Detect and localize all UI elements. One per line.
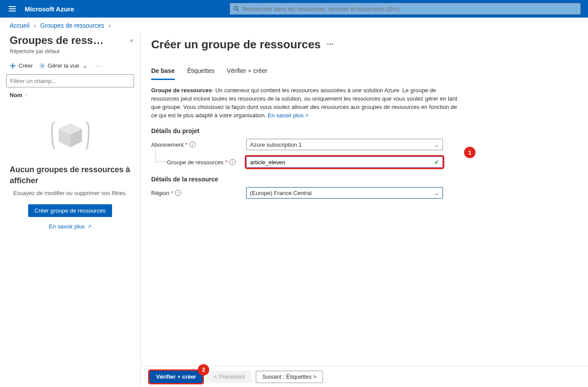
chevron-down-icon: ⌄ bbox=[434, 190, 439, 196]
blade-create-resource-group: Créer un groupe de ressources ··· De bas… bbox=[141, 32, 588, 386]
create-button[interactable]: Créer bbox=[10, 62, 33, 69]
callout-badge-1: 1 bbox=[464, 147, 475, 158]
page-title: Créer un groupe de ressources bbox=[151, 38, 321, 51]
external-link-icon: ↗ bbox=[87, 224, 91, 229]
chevron-down-icon: ⌄ bbox=[83, 62, 87, 69]
empty-state: Aucun groupes de ressources à afficher E… bbox=[0, 103, 140, 230]
column-header-name[interactable]: Nom ↑ bbox=[0, 87, 140, 103]
learn-more-link[interactable]: En savoir plus↗ bbox=[268, 112, 309, 119]
info-icon[interactable]: i bbox=[189, 141, 196, 148]
breadcrumb-resource-groups[interactable]: Groupes de ressources bbox=[40, 22, 105, 29]
subscription-value: Azure subscription 1 bbox=[250, 141, 302, 148]
section-resource-details: Détails de la ressource bbox=[151, 176, 577, 183]
callout-badge-2: 2 bbox=[198, 364, 209, 376]
more-actions-button[interactable]: ··· bbox=[327, 40, 334, 49]
chevron-right-icon: › bbox=[34, 22, 36, 29]
svg-rect-0 bbox=[9, 6, 16, 7]
tab-strip: De base Étiquettes Vérifier + créer bbox=[151, 65, 577, 80]
external-link-icon: ↗ bbox=[305, 113, 309, 118]
empty-text: Essayez de modifier ou supprimer vos fil… bbox=[8, 190, 132, 196]
create-resource-group-button[interactable]: Créer groupe de ressources bbox=[28, 204, 113, 217]
hamburger-menu[interactable] bbox=[4, 0, 21, 18]
svg-rect-6 bbox=[10, 65, 15, 66]
svg-rect-2 bbox=[9, 11, 16, 11]
required-asterisk: * bbox=[225, 159, 228, 166]
collapse-blade-button[interactable]: « bbox=[127, 34, 136, 46]
info-icon[interactable]: i bbox=[229, 159, 236, 165]
required-asterisk: * bbox=[171, 190, 173, 196]
brand-title[interactable]: Microsoft Azure bbox=[25, 5, 74, 13]
manage-view-button[interactable]: Gérer la vue ⌄ bbox=[39, 62, 88, 69]
gear-icon bbox=[39, 63, 45, 69]
create-label: Créer bbox=[18, 62, 33, 69]
svg-point-3 bbox=[234, 7, 238, 10]
plus-icon bbox=[10, 63, 16, 69]
blade-resource-groups: Groupes de ressou… « Répertoire par défa… bbox=[0, 32, 141, 386]
breadcrumb-home[interactable]: Accueil bbox=[10, 22, 29, 29]
blade-subtitle: Répertoire par défaut bbox=[0, 47, 140, 59]
svg-line-4 bbox=[237, 10, 239, 11]
tab-tags[interactable]: Étiquettes bbox=[187, 65, 214, 80]
chevron-down-icon: ⌄ bbox=[434, 141, 439, 148]
breadcrumb: Accueil › Groupes de ressources › bbox=[0, 18, 588, 32]
label-region: Région * i bbox=[151, 190, 246, 196]
region-dropdown[interactable]: (Europe) France Central ⌄ bbox=[246, 187, 443, 199]
global-search[interactable] bbox=[229, 3, 581, 15]
tab-basics[interactable]: De base bbox=[151, 65, 175, 80]
resource-group-name-text[interactable] bbox=[250, 159, 434, 166]
manage-view-label: Gérer la vue bbox=[48, 62, 80, 69]
info-icon[interactable]: i bbox=[175, 190, 181, 196]
region-value: (Europe) France Central bbox=[250, 190, 312, 196]
required-asterisk: * bbox=[185, 141, 188, 148]
tab-review-create[interactable]: Vérifier + créer bbox=[227, 65, 267, 80]
blade-toolbar: Créer Gérer la vue ⌄ ··· bbox=[0, 59, 140, 74]
empty-illustration-icon bbox=[46, 116, 94, 156]
svg-rect-1 bbox=[9, 8, 16, 9]
label-resource-group: Groupe de ressources * i bbox=[167, 159, 246, 166]
blade-title: Groupes de ressou… bbox=[10, 34, 106, 47]
wizard-footer: Vérifier + créer 2 < Précédent Suivant :… bbox=[141, 366, 588, 387]
global-search-input[interactable] bbox=[243, 6, 577, 12]
top-header: Microsoft Azure bbox=[0, 0, 588, 18]
section-project-details: Détails du projet bbox=[151, 127, 577, 134]
resource-group-name-input[interactable]: ✓ bbox=[246, 156, 443, 168]
filter-input[interactable] bbox=[6, 74, 134, 87]
label-subscription: Abonnement * i bbox=[151, 141, 246, 148]
subscription-dropdown[interactable]: Azure subscription 1 ⌄ bbox=[246, 139, 443, 150]
description-text: Groupe de ressources- Un conteneur qui c… bbox=[151, 87, 459, 119]
svg-point-7 bbox=[41, 65, 43, 67]
search-icon bbox=[233, 6, 240, 12]
chevron-right-icon: › bbox=[109, 22, 111, 29]
validation-check-icon: ✓ bbox=[434, 159, 439, 166]
next-button[interactable]: Suivant : Étiquettes > bbox=[256, 371, 323, 383]
sort-icon: ↑ bbox=[25, 93, 28, 98]
empty-title: Aucun groupes de ressources à afficher bbox=[8, 164, 132, 186]
learn-more-link[interactable]: En savoir plus ↗ bbox=[49, 223, 91, 230]
review-create-button[interactable]: Vérifier + créer bbox=[149, 371, 203, 383]
more-actions-button[interactable]: ··· bbox=[94, 62, 105, 69]
previous-button: < Précédent bbox=[207, 371, 251, 383]
